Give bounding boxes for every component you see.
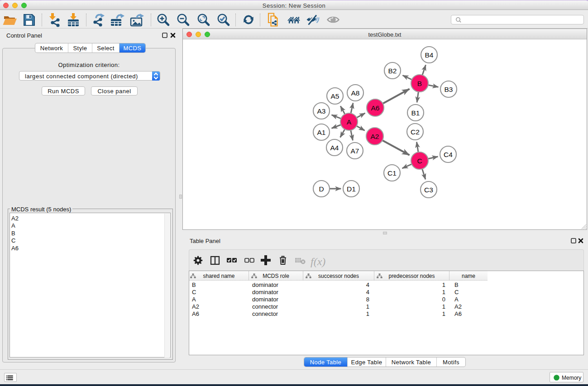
svg-text:B: B: [417, 80, 422, 87]
svg-text:C1: C1: [387, 169, 397, 177]
svg-text:B3: B3: [445, 86, 453, 93]
svg-text:A6: A6: [371, 104, 380, 112]
svg-text:C: C: [417, 157, 422, 165]
svg-text:A1: A1: [317, 129, 326, 136]
svg-text:A8: A8: [351, 89, 360, 97]
svg-text:C2: C2: [411, 128, 420, 136]
svg-text:A5: A5: [331, 92, 339, 100]
svg-text:A4: A4: [330, 144, 339, 152]
svg-text:A: A: [347, 118, 352, 126]
svg-text:A7: A7: [351, 147, 359, 155]
svg-text:B4: B4: [425, 51, 434, 59]
svg-text:D: D: [319, 185, 324, 193]
svg-text:D1: D1: [347, 185, 356, 193]
svg-text:A3: A3: [317, 107, 326, 115]
svg-text:C4: C4: [444, 151, 453, 158]
svg-text:A2: A2: [371, 133, 379, 140]
svg-text:B1: B1: [411, 109, 420, 117]
svg-text:C3: C3: [424, 186, 433, 194]
svg-text:B2: B2: [388, 67, 397, 75]
